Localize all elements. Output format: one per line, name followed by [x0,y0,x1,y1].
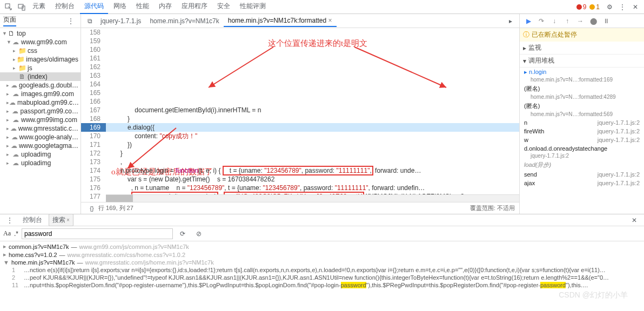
debugger-toolbar: ▶ ↷ ↓ ↑ → ⬤ ⏸ [520,14,644,28]
tree-root[interactable]: ▼🗋top [0,29,81,38]
stack-frame[interactable]: sendjquery-1.7.1.js:2 [520,170,644,179]
tree-item[interactable]: ▸☁uploadimg [0,159,81,167]
warn-badge[interactable]: 1 [589,3,600,11]
drawer-close-icon[interactable]: ✕ [630,216,639,225]
more-icon[interactable]: ⋮ [618,3,627,11]
tree-item[interactable]: ▸📁js [0,64,81,72]
pause-banner: ⓘ已在断点处暂停 [520,28,644,42]
debugger-panel: ▶ ↷ ↓ ↑ → ⬤ ⏸ ⓘ已在断点处暂停 ▸监视 ▾调用堆栈 ▸ n.log… [520,14,644,214]
result-line[interactable]: 1…nction e(s){if(i[s])return i[s].export… [3,266,641,274]
tree-item[interactable]: ▸☁www.gm99img.com [0,116,81,124]
file-tabs: ⧉ jquery-1.7.1.js home.min.js?v=NM1c7k h… [81,14,519,28]
tree-item[interactable]: ▸☁googleads.g.doubl… [0,81,81,90]
tree-item[interactable]: ▸☁mabupload.gm99.c… [0,98,81,107]
stack-frame[interactable]: njquery-1.7.1.js:2 [520,118,644,127]
case-toggle[interactable]: Aa [3,229,11,238]
device-icon[interactable] [17,3,26,11]
coverage-status: 覆盖范围: 不适用 [470,204,515,212]
code-editor[interactable]: 1581591601611621631641651661671681691701… [81,28,519,202]
stack-frame[interactable]: (匿名) [520,101,644,111]
tab-sources[interactable]: 源代码 [80,0,108,14]
tree-item[interactable]: ▸☁images.gm99.com [0,90,81,98]
step-into-icon[interactable]: ↓ [550,17,559,25]
tree-item[interactable]: ▸☁www.googletagma… [0,141,81,150]
step-out-icon[interactable]: ↑ [563,17,572,25]
nav-icon[interactable]: ⧉ [85,17,94,25]
tab-network[interactable]: 网络 [109,0,131,14]
tab-performance[interactable]: 性能 [132,0,153,14]
file-tab[interactable]: home.min.js?v=NM1c7k:formatted × [224,15,337,27]
svg-line-4 [354,47,446,87]
stack-frame[interactable]: wjquery-1.7.1.js:2 [520,136,644,144]
file-tab[interactable]: home.min.js?v=NM1c7k [145,16,223,26]
tree-item[interactable]: ▸☁passport.gm99.co… [0,107,81,116]
navigator-tab[interactable]: 页面 [3,15,16,26]
result-file[interactable]: ▼ home.min.js?v=NM1c7k — www.gmresstatic… [3,259,641,266]
result-line[interactable]: 11…nput=this.$popRegisterDom.find("#pop-… [3,281,641,289]
call-stack[interactable]: ▸ n.loginhome.min.js?v=N…:formatted:169(… [520,67,644,214]
tab-audit[interactable]: 性能评测 [236,0,270,14]
file-tab[interactable]: jquery-1.7.1.js [96,16,145,26]
stack-frame[interactable]: ▸ n.login [520,67,644,77]
editor-status: {} 行 169, 列 27 覆盖范围: 不适用 [81,202,519,214]
tree-item[interactable]: ▸☁www.google-analy… [0,133,81,141]
more-files-icon[interactable]: ▸ [506,17,515,25]
panel-tabs: 元素 控制台 源代码 网络 性能 内存 应用程序 安全 性能评测 [28,0,270,14]
clear-icon[interactable]: ⊘ [194,229,203,238]
result-line[interactable]: 2…peof KJUR&&!KJUR||(KJUR={}),"undefined… [3,274,641,281]
stack-frame[interactable]: ajaxjquery-1.7.1.js:2 [520,179,644,187]
step-over-icon[interactable]: ↷ [537,17,546,25]
tree-item[interactable]: ▸📁css [0,46,81,55]
navigator-panel: 页面 ⋮ ▼🗋top ▼☁www.gm99.com▸📁css▸📁images/o… [0,14,81,214]
h-scrollbar[interactable] [106,194,519,202]
tab-elements[interactable]: 元素 [28,0,50,14]
result-file[interactable]: ▸ home.css?v=1.0.2 — www.gmresstatic.com… [3,251,641,259]
watch-header[interactable]: ▸监视 [520,42,644,55]
stack-frame[interactable]: d.onload.d.onreadystatechange [520,144,644,153]
settings-icon[interactable]: ⚙ [605,3,614,11]
format-icon[interactable]: {} [88,204,96,213]
tree-item[interactable]: ▼☁www.gm99.com [0,38,81,46]
tree-item[interactable]: ▸📁images/oldimages [0,55,81,64]
error-badge[interactable]: 9 [576,3,587,11]
svg-line-3 [209,47,273,87]
tab-security[interactable]: 安全 [213,0,234,14]
drawer-tab-console[interactable]: 控制台 [19,214,45,226]
close-icon[interactable]: ✕ [631,3,640,11]
drawer-tab-search[interactable]: 搜索× [49,214,73,226]
search-results[interactable]: ▸ common.js?v=NM1c7k — www.gm99.com/js/c… [0,241,644,298]
tab-memory[interactable]: 内存 [155,0,176,14]
result-file[interactable]: ▸ common.js?v=NM1c7k — www.gm99.com/js/c… [3,242,641,251]
resume-icon[interactable]: ▶ [524,17,533,25]
tree-item[interactable]: 🗎(index) [0,72,81,81]
pause-exc-icon[interactable]: ⏸ [602,17,611,25]
inspect-icon[interactable] [4,3,13,11]
step-icon[interactable]: → [576,17,585,25]
file-tree[interactable]: ▼🗋top ▼☁www.gm99.com▸📁css▸📁images/oldima… [0,28,81,214]
drawer-more-icon[interactable]: ⋮ [5,216,14,225]
refresh-icon[interactable]: ⟳ [178,229,187,238]
cursor-position: 行 169, 列 27 [98,204,133,212]
regex-toggle[interactable]: .* [14,230,18,238]
tab-application[interactable]: 应用程序 [177,0,212,14]
callstack-header[interactable]: ▾调用堆栈 [520,55,644,67]
main-toolbar: 元素 控制台 源代码 网络 性能 内存 应用程序 安全 性能评测 9 1 ⚙ ⋮… [0,0,644,14]
drawer-panel: ⋮ 控制台 搜索× ✕ Aa .* ⟳ ⊘ ▸ common.js?v=NM1c… [0,214,644,298]
tree-item[interactable]: ▸☁uploadimg [0,150,81,159]
more-icon[interactable]: ⋮ [66,17,75,25]
tab-console[interactable]: 控制台 [51,0,79,14]
stack-frame[interactable]: (匿名) [520,84,644,94]
stack-frame[interactable]: fireWithjquery-1.7.1.js:2 [520,127,644,136]
search-input[interactable] [22,228,173,239]
editor-panel: ⧉ jquery-1.7.1.js home.min.js?v=NM1c7k h… [81,14,520,214]
annotation-text: 这个位置传递进来的t是明文 [268,39,367,48]
deactivate-bp-icon[interactable]: ⬤ [589,17,598,25]
tree-item[interactable]: ▸☁www.gmresstatic.c… [0,124,81,133]
search-bar: Aa .* ⟳ ⊘ [0,226,644,241]
